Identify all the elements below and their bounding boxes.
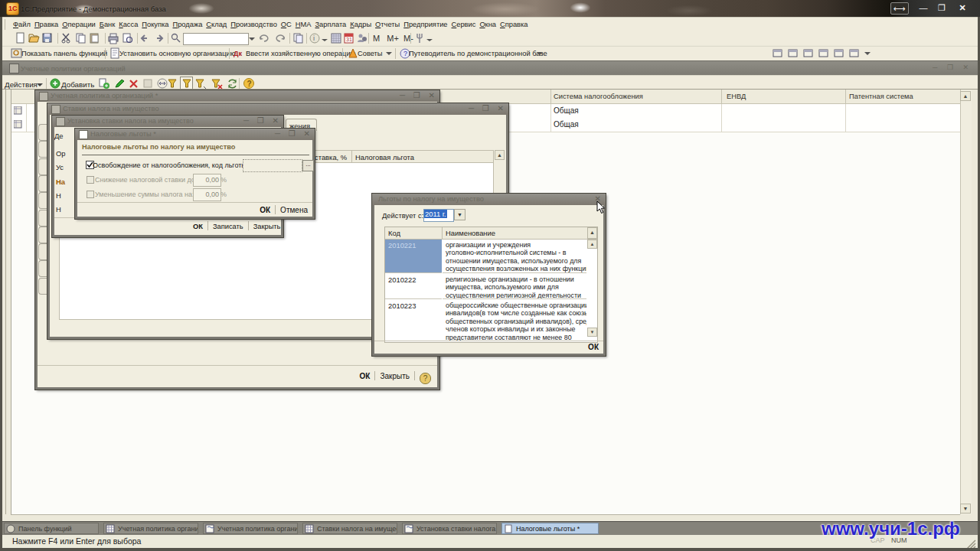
svg-text:?: ? [247,80,252,88]
svg-text:?: ? [403,50,407,57]
svg-text:31: 31 [346,37,352,42]
svg-text:Дк: Дк [234,50,242,57]
svg-text:i: i [313,34,315,42]
